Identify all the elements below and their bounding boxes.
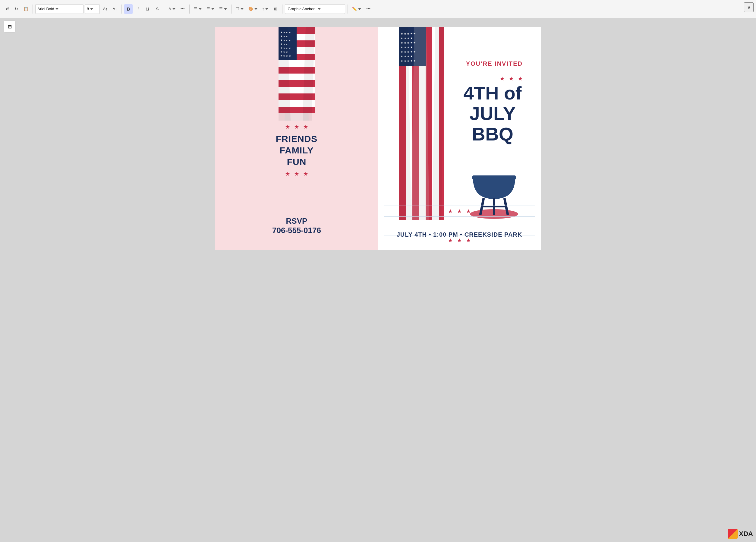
left-page: ★ ★ ★ ★ ★ ★ ★ ★ ★ ★ ★ ★ ★ ★ ★ ★ ★ ★ ★ ★ …	[215, 27, 378, 250]
layout-button[interactable]: ⊞	[271, 4, 280, 14]
xda-icon	[728, 529, 738, 539]
xda-badge: XDA	[728, 529, 753, 539]
star-b2: ★	[457, 237, 462, 244]
star-6: ★	[303, 171, 308, 177]
font-color-chevron	[172, 8, 175, 10]
toolbar: ↺ ↻ 📋 Arial Bold 8 A↑ A↓ B I U S̶ A ••• …	[0, 0, 756, 18]
undo-redo-group: ↺ ↻	[3, 4, 20, 14]
rsvp-title: RSVP	[215, 216, 378, 226]
shading-icon: 🎨	[248, 7, 253, 11]
divider-section-top: ★ ★ ★	[384, 206, 535, 217]
font-name-label: Arial Bold	[37, 7, 54, 11]
shading-chevron	[254, 8, 257, 10]
title-line1: 4TH of	[453, 83, 532, 103]
more-formatting-button[interactable]: •••	[178, 4, 187, 14]
font-size-label: 8	[87, 7, 89, 11]
paint-chevron	[358, 8, 361, 10]
star-d1: ★	[448, 208, 453, 215]
title-line3: BBQ	[453, 124, 532, 144]
star-3: ★	[303, 124, 308, 130]
star-2: ★	[294, 124, 299, 130]
layout-icon: ⊞	[274, 7, 277, 11]
box-chevron	[241, 8, 244, 10]
invited-text: YOU'RE INVITED	[466, 60, 523, 67]
divider-line-bottom	[384, 216, 535, 217]
star-b1: ★	[448, 237, 453, 244]
divider-5	[231, 5, 232, 14]
paint-icon: ✏️	[352, 7, 357, 11]
shading-button[interactable]: 🎨	[247, 4, 259, 14]
font-color-icon: A	[169, 7, 171, 11]
spacing-icon: ↕	[262, 7, 264, 11]
spacing-chevron	[265, 8, 268, 10]
numbered-chevron	[211, 8, 214, 10]
numbered-button[interactable]: ☰	[205, 4, 216, 14]
divider-section-bottom: ★ ★ ★	[384, 235, 535, 246]
title-line2: JULY	[453, 103, 532, 124]
grow-font-button[interactable]: A↑	[101, 4, 109, 14]
rsvp-phone: 706-555-0176	[215, 226, 378, 235]
box-icon: ☐	[236, 7, 239, 11]
star-5: ★	[294, 171, 299, 177]
divider-7	[348, 5, 348, 14]
fun-text: FUN	[287, 157, 307, 167]
bullets-button[interactable]: ☰	[192, 4, 203, 14]
divider-3	[164, 5, 164, 14]
numbered-icon: ☰	[206, 7, 210, 11]
align-icon: ☰	[219, 7, 223, 11]
star-r1: ★	[500, 75, 505, 82]
svg-rect-43	[472, 175, 516, 180]
flag-left: ★ ★ ★ ★ ★ ★ ★ ★ ★ ★ ★ ★ ★ ★ ★ ★ ★ ★ ★ ★ …	[269, 27, 324, 112]
font-name-chevron	[55, 8, 58, 10]
divider-2	[121, 5, 122, 14]
sidebar-toggle-button[interactable]: ⊞	[4, 20, 16, 33]
box-button[interactable]: ☐	[234, 4, 245, 14]
collapse-button[interactable]: ∨	[744, 2, 754, 12]
star-4: ★	[285, 171, 290, 177]
align-button[interactable]: ☰	[217, 4, 229, 14]
font-size-select[interactable]: 8	[85, 4, 100, 14]
star-d3: ★	[466, 208, 471, 215]
stars-divider: ★ ★ ★	[384, 206, 535, 216]
divider-6	[282, 5, 282, 14]
star-b3: ★	[466, 237, 471, 244]
style-chevron	[318, 8, 321, 10]
star-r2: ★	[509, 75, 514, 82]
rsvp-section: RSVP 706-555-0176	[215, 216, 378, 235]
align-chevron	[224, 8, 227, 10]
star-d2: ★	[457, 208, 462, 215]
more2-button[interactable]: •••	[364, 4, 373, 14]
redo-button[interactable]: ↻	[12, 4, 20, 14]
xda-label: XDA	[739, 530, 753, 538]
shrink-font-button[interactable]: A↓	[111, 4, 119, 14]
stars-top-left: ★ ★ ★	[285, 124, 308, 130]
font-size-chevron	[90, 8, 93, 10]
undo-button[interactable]: ↺	[3, 4, 11, 14]
canvas-area: ★ ★ ★ ★ ★ ★ ★ ★ ★ ★ ★ ★ ★ ★ ★ ★ ★ ★ ★ ★ …	[0, 18, 756, 542]
stars-bottom-right: ★ ★ ★	[384, 235, 535, 246]
left-page-content: ★ ★ ★ FRIENDS FAMILY FUN ★ ★ ★	[215, 124, 378, 177]
font-color-button[interactable]: A	[167, 4, 177, 14]
strikethrough-button[interactable]: S̶	[153, 4, 162, 14]
star-r3: ★	[518, 75, 523, 82]
flag-right: ★ ★ ★ ★ ★ ★ ★ ★ ★ ★ ★ ★ ★ ★ ★ ★ ★ ★ ★ ★ …	[396, 27, 444, 214]
spacing-button[interactable]: ↕	[260, 4, 270, 14]
underline-button[interactable]: U	[143, 4, 152, 14]
paint-button[interactable]: ✏️	[350, 4, 363, 14]
star-1: ★	[285, 124, 290, 130]
clipboard-button[interactable]: 📋	[22, 4, 30, 14]
friends-text: FRIENDS	[276, 134, 318, 144]
document-container: ★ ★ ★ ★ ★ ★ ★ ★ ★ ★ ★ ★ ★ ★ ★ ★ ★ ★ ★ ★ …	[215, 27, 541, 250]
style-dropdown[interactable]: Graphic Anchor	[285, 4, 345, 14]
family-text: FAMILY	[279, 145, 313, 156]
italic-button[interactable]: I	[134, 4, 142, 14]
bullets-icon: ☰	[194, 7, 197, 11]
divider-4	[189, 5, 190, 14]
font-name-select[interactable]: Arial Bold	[35, 4, 83, 14]
bold-button[interactable]: B	[124, 4, 133, 14]
bullets-chevron	[199, 8, 202, 10]
divider-1	[33, 5, 33, 14]
fourth-title: 4TH of JULY BBQ	[453, 83, 532, 145]
stars-bottom-left: ★ ★ ★	[285, 171, 308, 177]
sidebar-toggle-icon: ⊞	[8, 24, 12, 30]
